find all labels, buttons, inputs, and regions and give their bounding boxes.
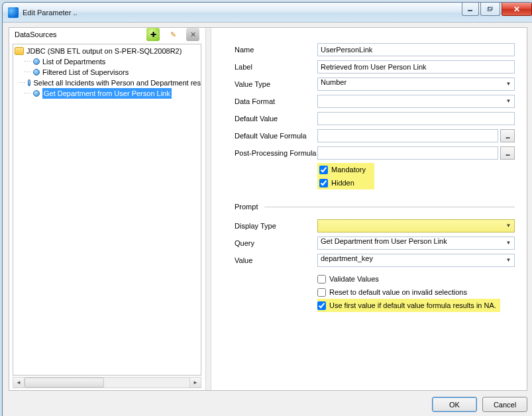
- postprocess-browse-button[interactable]: ...: [500, 146, 515, 160]
- query-select[interactable]: Get Department from User Person Link▼: [317, 236, 515, 250]
- add-datasource-button[interactable]: ✚: [146, 28, 160, 41]
- maximize-button[interactable]: [480, 3, 500, 16]
- hidden-checkbox-row[interactable]: Hidden: [317, 176, 374, 189]
- validate-label: Validate Values: [329, 275, 379, 283]
- scroll-left-button[interactable]: ◄: [13, 378, 25, 388]
- dataformat-select[interactable]: ▼: [317, 95, 515, 108]
- defaultvalue-input[interactable]: [317, 112, 515, 125]
- svg-rect-2: [489, 7, 493, 10]
- tree-item-label: List of Departments: [42, 56, 105, 67]
- scroll-thumb[interactable]: [25, 378, 104, 388]
- validate-checkbox-row[interactable]: Validate Values: [317, 272, 515, 286]
- reset-checkbox[interactable]: [317, 288, 326, 297]
- mandatory-checkbox-row[interactable]: Mandatory: [317, 163, 374, 176]
- label-label: Label: [235, 63, 317, 71]
- postprocess-input[interactable]: [317, 146, 498, 160]
- value-label: Value: [235, 256, 317, 264]
- close-button[interactable]: ✕: [502, 3, 532, 16]
- tree-item[interactable]: ⋯ Filtered List of Supervisors: [15, 67, 201, 78]
- defaultformula-label: Default Value Formula: [235, 132, 317, 140]
- cancel-button[interactable]: Cancel: [482, 397, 527, 412]
- defaultformula-browse-button[interactable]: ...: [500, 129, 515, 142]
- dialog-buttons: OK Cancel: [432, 397, 527, 412]
- ok-button[interactable]: OK: [432, 397, 477, 412]
- valuetype-select[interactable]: Number▼: [317, 78, 515, 91]
- dialog-window: Edit Parameter .. ✕ DataSources ✚ ✎ ✕: [2, 2, 532, 416]
- query-label: Query: [235, 239, 317, 247]
- datasource-header: DataSources ✚ ✎ ✕: [9, 28, 205, 42]
- displaytype-label: Display Type: [235, 222, 317, 230]
- flags-group: Mandatory Hidden: [317, 163, 374, 189]
- reset-checkbox-row[interactable]: Reset to default value on invalid select…: [317, 286, 515, 299]
- prompt-options: Validate Values Reset to default value o…: [317, 272, 515, 312]
- tree-item[interactable]: ⋯ Select all Incidents with Person and D…: [15, 78, 201, 88]
- query-value: Get Department from User Person Link: [321, 237, 447, 245]
- defaultvalue-label: Default Value: [235, 115, 317, 123]
- defaultformula-input[interactable]: [317, 129, 498, 142]
- pencil-icon: ✎: [170, 30, 176, 39]
- folder-icon: [15, 47, 24, 55]
- node-icon: [33, 90, 40, 97]
- node-icon: [28, 79, 31, 86]
- valuetype-label: Value Type: [235, 80, 317, 88]
- usefirst-label: Use first value if default value formula…: [329, 301, 496, 309]
- datasource-tree[interactable]: JDBC (SNB ETL output on S-PER-SQL2008R2)…: [13, 44, 201, 376]
- divider: [264, 207, 515, 207]
- titlebar[interactable]: Edit Parameter .. ✕: [3, 3, 532, 23]
- parameter-form: Name Label Value Type Number▼ Data Forma…: [212, 28, 527, 390]
- value-select[interactable]: department_key▼: [317, 254, 515, 267]
- node-icon: [33, 58, 40, 65]
- datasource-pane: DataSources ✚ ✎ ✕ JDBC (SNB ETL output o…: [9, 28, 205, 390]
- reset-label: Reset to default value on invalid select…: [329, 288, 467, 296]
- validate-checkbox[interactable]: [317, 275, 326, 284]
- chevron-down-icon: ▼: [503, 237, 514, 249]
- tree-item[interactable]: ⋯ List of Departments: [15, 56, 201, 67]
- tree-item-selected[interactable]: ⋯ Get Department from User Person Link: [15, 88, 201, 99]
- chevron-down-icon: ▼: [503, 95, 514, 107]
- x-icon: ✕: [190, 30, 196, 39]
- mandatory-label: Mandatory: [331, 166, 366, 174]
- name-input[interactable]: [317, 43, 515, 56]
- scroll-right-button[interactable]: ►: [189, 378, 201, 388]
- window-title: Edit Parameter ..: [23, 9, 462, 17]
- node-icon: [33, 69, 40, 76]
- value-value: department_key: [321, 254, 373, 262]
- delete-datasource-button[interactable]: ✕: [186, 28, 199, 41]
- tree-root[interactable]: JDBC (SNB ETL output on S-PER-SQL2008R2): [15, 46, 201, 56]
- name-label: Name: [235, 46, 317, 54]
- chevron-down-icon: ▼: [503, 254, 514, 266]
- tree-item-label: Select all Incidents with Person and Dep…: [33, 78, 201, 88]
- usefirst-checkbox[interactable]: [317, 301, 326, 310]
- postprocess-label: Post-Processing Formula: [235, 149, 317, 157]
- main-panel: DataSources ✚ ✎ ✕ JDBC (SNB ETL output o…: [9, 27, 527, 391]
- tree-dots: ⋯: [23, 56, 32, 67]
- mandatory-checkbox[interactable]: [319, 166, 328, 174]
- svg-rect-1: [488, 7, 492, 11]
- datasource-title: DataSources: [15, 30, 146, 38]
- tree-root-label: JDBC (SNB ETL output on S-PER-SQL2008R2): [27, 46, 182, 56]
- minimize-button[interactable]: [462, 3, 479, 16]
- client-area: DataSources ✚ ✎ ✕ JDBC (SNB ETL output o…: [3, 23, 532, 416]
- chevron-down-icon: ▼: [503, 220, 514, 232]
- horizontal-scrollbar[interactable]: ◄ ►: [13, 377, 201, 388]
- hidden-checkbox[interactable]: [319, 179, 328, 187]
- tree-item-label: Filtered List of Supervisors: [42, 67, 129, 78]
- hidden-label: Hidden: [331, 179, 354, 187]
- label-input[interactable]: [317, 60, 515, 74]
- datasource-toolbar: ✚ ✎ ✕: [146, 28, 199, 41]
- chevron-down-icon: ▼: [503, 78, 514, 90]
- scroll-track[interactable]: [25, 378, 189, 388]
- app-icon: [8, 7, 19, 18]
- usefirst-checkbox-row[interactable]: Use first value if default value formula…: [317, 299, 500, 312]
- tree-item-label: Get Department from User Person Link: [42, 88, 172, 99]
- dataformat-label: Data Format: [235, 97, 317, 105]
- prompt-section-title: Prompt: [235, 203, 515, 211]
- valuetype-value: Number: [321, 78, 346, 86]
- window-buttons: ✕: [462, 3, 532, 22]
- displaytype-select[interactable]: ▼: [317, 219, 515, 233]
- splitter[interactable]: [205, 28, 211, 390]
- edit-datasource-button[interactable]: ✎: [166, 28, 180, 41]
- plus-icon: ✚: [150, 30, 156, 39]
